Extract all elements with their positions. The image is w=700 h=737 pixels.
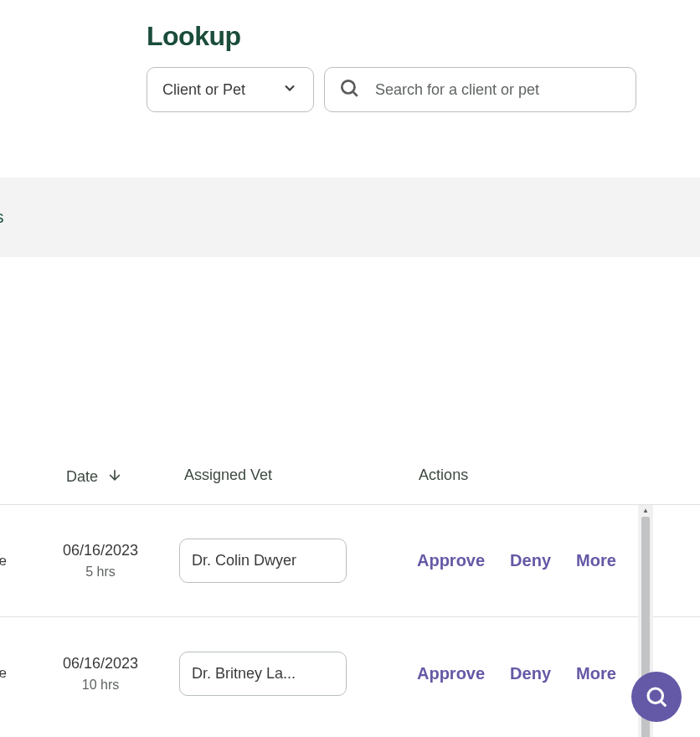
svg-point-3 — [648, 688, 663, 704]
row-left-partial: ce — [0, 665, 7, 682]
search-box[interactable] — [324, 67, 636, 112]
search-icon — [338, 77, 360, 102]
assigned-vet-select[interactable]: Dr. Britney La... — [179, 652, 347, 696]
approve-button[interactable]: Approve — [417, 551, 485, 570]
row-date: 06/16/2023 — [59, 655, 142, 673]
svg-point-0 — [342, 80, 354, 93]
assigned-vet-select[interactable]: Dr. Colin Dwyer — [179, 539, 347, 583]
deny-button[interactable]: Deny — [510, 551, 551, 570]
row-date-cell: 06/16/2023 10 hrs — [59, 655, 142, 693]
search-input[interactable] — [375, 81, 622, 99]
approve-button[interactable]: Approve — [417, 664, 485, 683]
deny-button[interactable]: Deny — [510, 664, 551, 683]
table-header: Date Assigned Vet Actions — [0, 466, 700, 505]
column-header-date[interactable]: Date — [66, 466, 123, 487]
column-header-assigned-vet[interactable]: Assigned Vet — [184, 466, 272, 487]
tab-partial[interactable]: ments — [0, 208, 3, 227]
column-header-actions: Actions — [419, 466, 468, 487]
chevron-down-icon — [281, 80, 298, 100]
more-button[interactable]: More — [576, 664, 616, 683]
more-button[interactable]: More — [576, 551, 616, 570]
row-date-cell: 06/16/2023 5 hrs — [59, 542, 142, 580]
table-row: ce 06/16/2023 5 hrs Dr. Colin Dwyer Appr… — [0, 505, 700, 617]
table-row: ce 06/16/2023 10 hrs Dr. Britney La... A… — [0, 617, 700, 729]
scrollbar-up-arrow-icon: ▲ — [642, 507, 649, 514]
dropdown-label: Client or Pet — [162, 81, 245, 99]
tab-bar: ments — [0, 178, 700, 257]
lookup-type-dropdown[interactable]: Client or Pet — [147, 67, 314, 112]
date-header-label: Date — [66, 468, 98, 486]
search-fab-button[interactable] — [631, 672, 682, 722]
search-icon — [644, 684, 669, 709]
svg-line-4 — [661, 702, 667, 707]
row-hours: 5 hrs — [59, 564, 142, 580]
sort-descending-icon — [106, 466, 123, 487]
svg-line-1 — [353, 92, 358, 96]
row-left-partial: ce — [0, 553, 7, 570]
row-date: 06/16/2023 — [59, 542, 142, 559]
lookup-title: Lookup — [147, 21, 700, 52]
row-hours: 10 hrs — [59, 678, 142, 693]
